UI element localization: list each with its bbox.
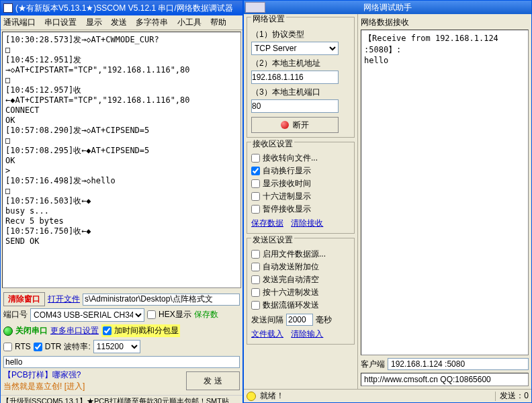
terminal-line: [10:57:16.503]收←◆ <box>5 196 238 206</box>
send-interval-input[interactable] <box>286 314 313 326</box>
open-file-link[interactable]: 打开文件 <box>48 294 80 305</box>
terminal-line: [10:57:08.295]收←◆AT+CIPSEND=5 <box>5 146 238 156</box>
close-port-button[interactable]: 关闭串口 <box>15 325 48 337</box>
terminal-line: OK <box>5 116 238 126</box>
status-send-count: 发送：0 <box>500 390 529 402</box>
terminal-line: > <box>5 166 238 176</box>
menu-tools[interactable]: 小工具 <box>177 17 202 27</box>
recv-textarea[interactable]: 【Receive from 192.168.1.124 :5080】: hell… <box>361 30 529 355</box>
timestamp-checkbox[interactable] <box>103 326 112 335</box>
terminal-line: [10:57:16.750]收←◆ <box>5 226 238 236</box>
pcb-question: 【PCB打样】哪家强? <box>3 369 183 381</box>
terminal-line: [10:45:12.951]发→◇AT+CIPSTART="TCP","192.… <box>5 55 238 75</box>
terminal-line: [10:57:16.498]发→◇hello <box>5 176 238 186</box>
clear-input-link[interactable]: 清除输入 <box>291 329 323 339</box>
send-text-input[interactable] <box>3 356 240 368</box>
terminal-line: [10:30:28.573]发→◇AT+CWMODE_CUR? <box>5 35 238 45</box>
rts-label: RTS <box>15 342 31 351</box>
disconnect-icon <box>281 121 289 129</box>
hex-display-label: HEX显示 <box>159 309 191 320</box>
recv-opt-checkbox[interactable] <box>251 167 260 175</box>
timestamp-label: 加时间戳和分包显 <box>114 325 179 337</box>
recv-opt-label: 接收转向文件... <box>263 152 318 164</box>
network-settings-group: 网络设置 （1）协议类型 TCP Server （2）本地主机地址 （3）本地主… <box>247 17 355 138</box>
status-face-icon <box>247 392 256 401</box>
save-data-link[interactable]: 保存数据 <box>251 218 283 228</box>
baud-select[interactable]: 115200 <box>93 340 140 353</box>
recv-header: 网络数据接收 <box>361 17 529 28</box>
netassist-title: 网络调试助手 <box>363 3 412 12</box>
dtr-checkbox[interactable] <box>34 343 42 351</box>
sscom-titlebar[interactable]: (★有新版本V5.13.1★)SSCOM V5.12.1 串口/网络数据调试器 <box>1 1 242 15</box>
file-path-input[interactable] <box>83 294 240 306</box>
send-interval-label: 发送间隔 <box>251 314 283 326</box>
terminal-output[interactable]: [10:30:28.573]发→◇AT+CWMODE_CUR?□[10:45:1… <box>2 32 241 288</box>
send-settings-group: 发送区设置 启用文件数据源...自动发送附加位发送完自动清空按十六进制发送数据流… <box>247 238 355 345</box>
recv-opt-checkbox[interactable] <box>251 154 260 163</box>
ad-row[interactable]: 【升级到SSCOM5.13.1】★PCB打样降至每款30元顺丰包邮！SMT贴 <box>1 395 242 403</box>
terminal-line: □ <box>5 45 238 55</box>
app-icon <box>3 3 13 13</box>
terminal-line: OK <box>5 156 238 166</box>
terminal-line: □ <box>5 75 238 85</box>
control-area: 清除窗口 打开文件 端口号 COM43 USB-SERIAL CH340 HEX… <box>1 289 242 395</box>
menu-send[interactable]: 发送 <box>111 17 127 27</box>
recv-opt-checkbox[interactable] <box>251 179 260 188</box>
sscom-title: (★有新版本V5.13.1★)SSCOM V5.12.1 串口/网络数据调试器 <box>15 1 233 15</box>
dtr-label: DTR <box>45 342 62 351</box>
terminal-line: SEND OK <box>5 236 238 247</box>
pcb-answer[interactable]: 当然就是嘉立创! [进入] <box>3 381 183 392</box>
menu-help[interactable]: 帮助 <box>210 17 226 27</box>
menu-multistr[interactable]: 多字符串 <box>136 17 168 27</box>
netassist-titlebar[interactable]: 网络调试助手 <box>244 1 531 14</box>
send-interval-unit: 毫秒 <box>316 314 332 326</box>
sscom-window: (★有新版本V5.13.1★)SSCOM V5.12.1 串口/网络数据调试器 … <box>0 0 243 403</box>
send-opt-checkbox[interactable] <box>251 301 260 310</box>
menu-serial[interactable]: 串口设置 <box>44 17 77 27</box>
terminal-line: [10:57:08.290]发→◇AT+CIPSEND=5 <box>5 126 238 136</box>
recv-opt-checkbox[interactable] <box>251 192 260 201</box>
terminal-line: CONNECT <box>5 105 238 116</box>
port-label: 端口号 <box>3 309 28 320</box>
port-status-icon <box>3 326 13 336</box>
clear-window-button[interactable]: 清除窗口 <box>3 292 45 306</box>
menu-port[interactable]: 通讯端口 <box>3 17 36 27</box>
port-input[interactable] <box>251 99 339 113</box>
protocol-select[interactable]: TCP Server <box>251 42 339 55</box>
send-opt-label: 数据流循环发送 <box>263 300 319 311</box>
protocol-label: （1）协议类型 <box>251 29 350 40</box>
disconnect-button[interactable]: 断开 <box>251 117 339 133</box>
save-data-link[interactable]: 保存数 <box>194 309 218 320</box>
send-opt-checkbox[interactable] <box>251 288 260 297</box>
send-button[interactable]: 发 送 <box>186 371 240 390</box>
send-opt-label: 按十六进制发送 <box>263 287 319 298</box>
recv-settings-group: 接收区设置 接收转向文件...自动换行显示显示接收时间十六进制显示暂停接收显示 … <box>247 142 355 234</box>
send-opt-checkbox[interactable] <box>251 263 260 271</box>
baud-label: 波特率: <box>64 341 90 353</box>
host-label: （2）本地主机地址 <box>251 58 350 69</box>
settings-panel: 网络设置 （1）协议类型 TCP Server （2）本地主机地址 （3）本地主… <box>244 14 358 389</box>
netassist-statusbar: 就绪！ 发送：0 <box>244 389 531 402</box>
host-input[interactable] <box>251 71 339 84</box>
recv-opt-checkbox[interactable] <box>251 205 260 214</box>
recv-opt-label: 暂停接收显示 <box>263 204 311 215</box>
terminal-line: busy s... <box>5 206 238 216</box>
more-settings-link[interactable]: 更多串口设置 <box>50 325 99 337</box>
hex-display-checkbox[interactable] <box>147 310 156 319</box>
recv-opt-label: 自动换行显示 <box>263 165 311 177</box>
rts-checkbox[interactable] <box>3 343 12 351</box>
recv-opt-label: 显示接收时间 <box>263 178 311 189</box>
send-opt-label: 发送完自动清空 <box>263 274 319 285</box>
client-input[interactable] <box>388 358 529 370</box>
menu-display[interactable]: 显示 <box>86 17 102 27</box>
send-opt-label: 启用文件数据源... <box>263 249 326 260</box>
send-opt-checkbox[interactable] <box>251 275 260 284</box>
send-textarea[interactable]: http://www.cmsoft.cn QQ:10865600 <box>361 373 529 386</box>
terminal-line: □ <box>5 186 238 196</box>
file-load-link[interactable]: 文件载入 <box>251 329 283 339</box>
clear-recv-link[interactable]: 清除接收 <box>291 218 323 228</box>
send-opt-checkbox[interactable] <box>251 250 260 259</box>
netassist-window: 网络调试助手 网络设置 （1）协议类型 TCP Server （2）本地主机地址… <box>243 0 532 403</box>
port-select[interactable]: COM43 USB-SERIAL CH340 <box>30 308 144 322</box>
port-label: （3）本地主机端口 <box>251 87 350 98</box>
